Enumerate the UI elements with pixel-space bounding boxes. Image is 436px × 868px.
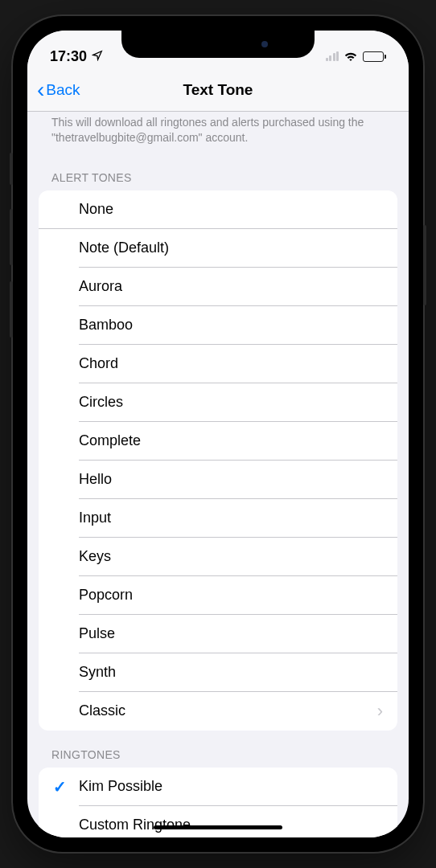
check-column: ✓ <box>53 777 79 796</box>
power-button <box>423 225 426 305</box>
tone-item[interactable]: Chord <box>39 345 397 383</box>
back-label: Back <box>46 81 80 99</box>
info-text: This will download all ringtones and ale… <box>27 112 409 154</box>
item-label: None <box>79 201 383 218</box>
nav-bar: ‹ Back Text Tone <box>27 71 409 112</box>
back-button[interactable]: ‹ Back <box>37 79 80 101</box>
item-label: Aurora <box>79 278 383 295</box>
chevron-right-icon: › <box>377 701 383 722</box>
volume-up-button <box>10 209 13 265</box>
alert-tones-list: None Note (Default) Aurora Bamboo Chord <box>39 190 397 731</box>
item-label: Popcorn <box>79 587 383 604</box>
camera-dot <box>261 41 268 47</box>
item-label: Synth <box>79 664 383 681</box>
ringtone-item[interactable]: ✓ Kim Possible <box>39 768 397 806</box>
status-time: 17:30 <box>50 48 87 65</box>
home-indicator[interactable] <box>154 825 282 829</box>
item-label: Hello <box>79 471 383 488</box>
notch <box>121 31 315 58</box>
ringtones-header: RINGTONES <box>27 731 409 768</box>
tone-item[interactable]: Popcorn <box>39 576 397 615</box>
checkmark-icon: ✓ <box>53 777 67 796</box>
item-label: Pulse <box>79 625 383 642</box>
tone-item[interactable]: Note (Default) <box>39 229 397 268</box>
tone-classic[interactable]: Classic › <box>39 692 397 731</box>
tone-none[interactable]: None <box>39 190 397 229</box>
silent-switch <box>10 153 13 185</box>
item-label: Classic <box>79 702 377 719</box>
tone-item[interactable]: Input <box>39 499 397 538</box>
tone-item[interactable]: Bamboo <box>39 306 397 345</box>
tone-item[interactable]: Synth <box>39 653 397 692</box>
location-icon <box>92 48 103 65</box>
wifi-icon <box>343 51 358 62</box>
tone-item[interactable]: Pulse <box>39 615 397 653</box>
alert-tones-header: ALERT TONES <box>27 154 409 190</box>
tone-item[interactable]: Hello <box>39 461 397 499</box>
tone-item[interactable]: Circles <box>39 383 397 422</box>
screen: 17:30 <box>27 31 409 837</box>
tone-item[interactable]: Complete <box>39 422 397 461</box>
volume-down-button <box>10 281 13 338</box>
item-label: Note (Default) <box>79 240 383 256</box>
status-right <box>326 51 387 62</box>
cellular-signal-icon <box>326 51 339 61</box>
status-left: 17:30 <box>50 48 103 65</box>
item-label: Kim Possible <box>79 778 383 795</box>
page-title: Text Tone <box>27 81 409 99</box>
item-label: Input <box>79 510 383 526</box>
item-label: Chord <box>79 355 383 372</box>
item-label: Keys <box>79 548 383 565</box>
item-label: Bamboo <box>79 317 383 334</box>
phone-frame: 17:30 <box>13 16 423 852</box>
content-area[interactable]: This will download all ringtones and ale… <box>27 112 409 837</box>
chevron-left-icon: ‹ <box>37 79 44 101</box>
item-label: Circles <box>79 394 383 411</box>
tone-item[interactable]: Aurora <box>39 268 397 306</box>
item-label: Complete <box>79 432 383 449</box>
tone-item[interactable]: Keys <box>39 538 397 576</box>
ringtone-item[interactable]: Custom Ringtone <box>39 806 397 837</box>
battery-icon <box>363 51 386 62</box>
